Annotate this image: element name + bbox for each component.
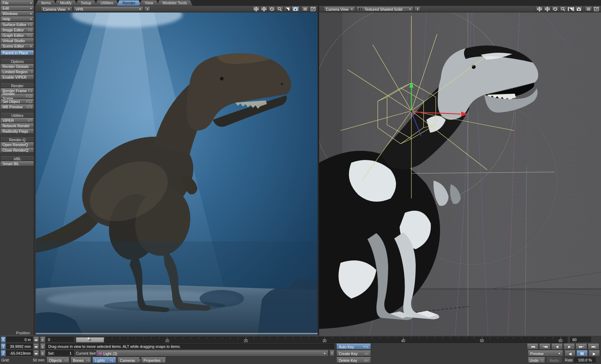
surface-editor-button[interactable]: Surface EditorF5 xyxy=(1,22,34,27)
right-viewport-options-dropdown[interactable]: ▼ xyxy=(414,7,420,11)
right-viewport-header: Camera View▼ T Textured Shaded Solid▼ ▼ xyxy=(319,6,601,12)
preview-dropdown[interactable]: Preview▼ xyxy=(528,350,563,356)
y-position-field[interactable]: 39.9992 mm xyxy=(6,344,33,350)
play-reverse-button[interactable]: ◀ xyxy=(565,350,576,356)
virtual-studio-button[interactable]: Virtual Studio xyxy=(1,38,34,43)
undo-button[interactable]: Undo^Z xyxy=(528,357,545,363)
menu-help[interactable]: Help▼ xyxy=(1,16,34,21)
vpr-underwater-scene xyxy=(36,13,318,335)
vpr-render-viewport[interactable] xyxy=(36,13,318,335)
next-keyframe-button[interactable]: ▶▶+ xyxy=(576,344,587,350)
maximize-viewport-icon[interactable] xyxy=(309,7,317,11)
delete-key-button[interactable]: Delete Keydel xyxy=(336,357,371,363)
go-to-start-button[interactable]: |◀◀ xyxy=(527,344,538,350)
open-renderq-button[interactable]: Open RenderQ xyxy=(1,142,34,147)
zoom-icon[interactable] xyxy=(276,7,283,11)
cameras-mode-button[interactable]: Cameras+C xyxy=(117,357,140,363)
move-icon[interactable] xyxy=(544,7,551,11)
close-renderq-button[interactable]: Close RenderQ xyxy=(1,148,34,153)
menu-windows[interactable]: Windows▼ xyxy=(1,11,34,16)
go-to-end-button[interactable]: ▶▶| xyxy=(588,344,599,350)
step-forward-button[interactable]: ||▶ xyxy=(563,344,575,350)
fit-view-icon[interactable] xyxy=(284,7,291,11)
scrubber-notch-icon xyxy=(87,337,90,339)
parent-in-place-button[interactable]: Parent in Place xyxy=(1,50,34,55)
current-frame-field[interactable]: 0 xyxy=(46,337,74,343)
fit-view-icon[interactable] xyxy=(567,7,575,11)
limited-region-button[interactable]: Limited Regionl xyxy=(1,69,34,74)
create-key-button[interactable]: Create Keyret xyxy=(336,350,371,356)
camera-icon[interactable] xyxy=(292,7,299,11)
y-nudge-button[interactable]: ◀▶ xyxy=(33,344,39,350)
render-scene-button[interactable]: Render SceneF10 xyxy=(1,94,34,99)
x-axis-button[interactable]: X xyxy=(1,337,6,343)
viewport-menu-icon[interactable] xyxy=(302,7,309,11)
enable-viper-button[interactable]: Enable VIPER xyxy=(1,75,34,80)
rotate-icon[interactable] xyxy=(268,7,275,11)
step-back-button[interactable]: ◀|| xyxy=(551,344,563,350)
move-icon[interactable] xyxy=(260,7,268,11)
image-editor-button[interactable]: Image EditorF6 xyxy=(1,28,34,33)
right-view-type-dropdown[interactable]: Camera View▼ xyxy=(324,7,355,11)
grid-label: Grid: xyxy=(1,357,10,363)
menu-edit[interactable]: Edit▼ xyxy=(1,6,34,11)
timeline-ruler[interactable]: 0 10 20 30 40 50 60 0 xyxy=(75,337,567,343)
properties-button[interactable]: Propertiesp xyxy=(141,357,166,363)
tab-modify[interactable]: Modify xyxy=(54,0,77,6)
render-globals-button[interactable]: Render Globals xyxy=(1,64,34,69)
maximize-viewport-icon[interactable] xyxy=(593,7,600,11)
y-axis-button[interactable]: Y xyxy=(1,344,6,350)
tab-setup[interactable]: Setup xyxy=(75,0,97,6)
tab-view[interactable]: View xyxy=(139,0,159,6)
selection-count-field[interactable]: Sel:1 xyxy=(46,350,74,356)
end-frame-field[interactable]: 60 xyxy=(570,337,591,343)
sel-object-button[interactable]: Sel ObjectF11 xyxy=(1,99,34,104)
left-viewport-options-dropdown[interactable]: ▼ xyxy=(144,7,150,11)
x-nudge-button[interactable]: ◀▶ xyxy=(33,337,39,343)
play-forward-button[interactable]: ▶ xyxy=(588,350,600,356)
mb-preview-button[interactable]: MB Preview+F9 xyxy=(1,104,34,109)
pause-button[interactable] xyxy=(576,350,588,356)
rate-field[interactable]: 100.0 % xyxy=(574,357,596,363)
timeline-tick: 40 xyxy=(401,339,405,343)
z-axis-button[interactable]: Z xyxy=(1,350,6,356)
current-item-dropdown[interactable]: Light (3) ▼ xyxy=(96,350,328,356)
pan-icon[interactable] xyxy=(253,7,260,11)
z-nudge-button[interactable]: ◀▶ xyxy=(33,350,39,356)
playback-step-controls: |◀◀ +◀◀ ◀|| ||▶ ▶▶+ ▶▶| xyxy=(527,344,599,350)
tab-modeler-tools[interactable]: Modeler Tools xyxy=(157,0,192,6)
auto-key-button[interactable]: Auto Key+F1 xyxy=(336,344,371,350)
tab-utilities[interactable]: Utilities xyxy=(95,0,119,6)
chevron-down-icon: ▼ xyxy=(68,7,70,11)
right-render-mode-dropdown[interactable]: T Textured Shaded Solid▼ xyxy=(356,7,414,11)
x-position-field[interactable]: 0 m xyxy=(6,337,33,343)
current-item-label: Current Item xyxy=(76,350,97,356)
camera-icon[interactable] xyxy=(575,7,582,11)
left-render-mode-dropdown[interactable]: VPR▼ xyxy=(73,7,143,11)
lights-mode-button[interactable]: Lights+L xyxy=(92,357,116,363)
scene-editor-button[interactable]: Scene Editor▼ xyxy=(1,44,34,49)
opengl-shaded-viewport[interactable] xyxy=(319,13,601,335)
objects-mode-button[interactable]: Objects+O xyxy=(47,357,69,363)
redo-button[interactable]: Redo xyxy=(546,357,562,363)
smart-ibl-button[interactable]: Smart IBL xyxy=(1,161,34,166)
tab-items[interactable]: Items xyxy=(35,0,57,6)
menu-file[interactable]: File▼ xyxy=(1,0,34,5)
previous-keyframe-button[interactable]: +◀◀ xyxy=(539,344,551,350)
z-envelope-button[interactable]: E xyxy=(40,350,45,356)
left-view-type-dropdown[interactable]: Camera View▼ xyxy=(41,7,72,11)
tab-render[interactable]: Render xyxy=(117,0,141,6)
pan-icon[interactable] xyxy=(536,7,543,11)
rotate-icon[interactable] xyxy=(552,7,559,11)
viper-button[interactable]: VIPERF7 xyxy=(1,118,34,123)
radiosity-flags-button[interactable]: Radiosity Flags xyxy=(1,129,34,134)
graph-editor-button[interactable]: Graph Editor^F2 xyxy=(1,33,34,38)
bones-mode-button[interactable]: Bones+B xyxy=(70,357,91,363)
viewport-menu-icon[interactable] xyxy=(585,7,592,11)
z-position-field[interactable]: -65.0419mm xyxy=(6,350,33,356)
network-render-button[interactable]: Network Render xyxy=(1,123,34,128)
item-list-button[interactable]: ▯ xyxy=(329,350,334,356)
y-envelope-button[interactable]: E xyxy=(40,344,45,350)
zoom-icon[interactable] xyxy=(560,7,567,11)
x-envelope-button[interactable]: E xyxy=(40,337,45,343)
